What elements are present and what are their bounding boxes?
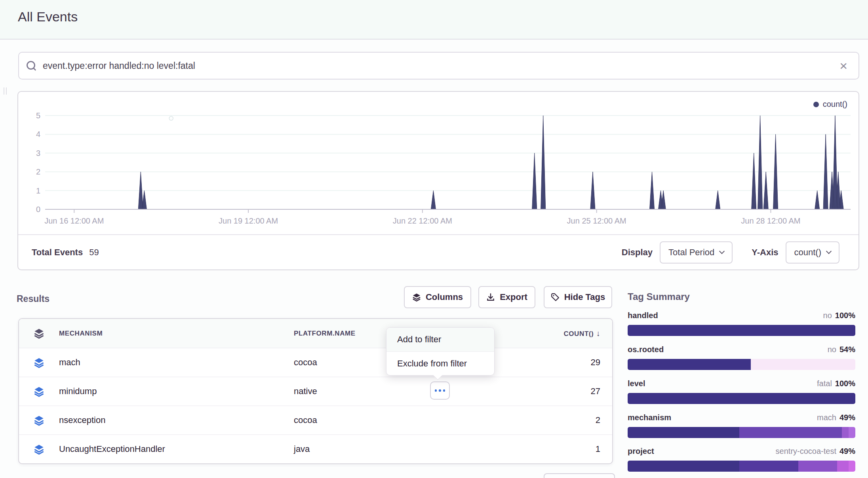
sort-desc-icon: ↓	[596, 329, 600, 338]
pagination-cutoff[interactable]	[544, 473, 615, 478]
x-tick-label: Jun 16 12:00 AM	[27, 216, 122, 226]
tag-item-project: projectsentry-cocoa-test49%	[628, 447, 855, 472]
tag-bar-segment[interactable]	[849, 461, 855, 472]
y-tick-label: 0	[21, 205, 40, 214]
cell-count[interactable]: 1	[492, 444, 612, 454]
yaxis-label: Y-Axis	[752, 247, 778, 258]
hide-tags-button-label: Hide Tags	[564, 292, 605, 302]
tag-icon	[551, 293, 560, 302]
download-icon	[486, 293, 495, 302]
yaxis-dropdown[interactable]: count()	[786, 241, 839, 264]
cell-count[interactable]: 2	[492, 415, 612, 425]
tag-name: handled	[628, 311, 658, 320]
chevron-down-icon	[719, 248, 725, 254]
total-events: Total Events 59	[32, 247, 99, 258]
event-stack-icon[interactable]	[19, 357, 59, 368]
stack-icon	[412, 293, 421, 302]
search-bar[interactable]: event.type:error handled:no level:fatal …	[18, 52, 859, 80]
tag-bar-segment[interactable]	[798, 461, 837, 472]
cell-count[interactable]: 29	[492, 357, 612, 368]
tag-bar-segment[interactable]	[751, 359, 856, 370]
tag-bar-segment[interactable]	[739, 461, 799, 472]
ellipsis-icon	[435, 389, 437, 392]
tag-distribution-bar[interactable]	[628, 393, 855, 404]
clear-search-icon[interactable]: ×	[839, 59, 847, 72]
display-dropdown-value: Total Period	[668, 247, 714, 258]
event-stack-icon[interactable]	[19, 444, 59, 455]
y-tick-label: 5	[21, 111, 40, 120]
tag-top-value: no100%	[823, 311, 855, 320]
tag-name: os.rooted	[628, 345, 664, 354]
hide-tags-button[interactable]: Hide Tags	[544, 286, 612, 308]
tag-name: mechanism	[628, 413, 671, 422]
table-row: minidumpnative27	[19, 377, 612, 406]
chart-legend[interactable]: count()	[813, 100, 847, 109]
results-table: MECHANISMPLATFORM.NAMECOUNT()↓machcocoa2…	[18, 318, 613, 464]
export-button[interactable]: Export	[478, 286, 535, 308]
tag-distribution-bar[interactable]	[628, 461, 855, 472]
all-events-screen: All Events event.type:error handled:no l…	[0, 0, 868, 478]
cell-mechanism[interactable]: minidump	[59, 386, 294, 396]
tag-distribution-bar[interactable]	[628, 359, 855, 370]
column-header-count[interactable]: COUNT()↓	[492, 329, 612, 338]
tag-bar-segment[interactable]	[739, 427, 842, 438]
events-chart-svg	[45, 112, 851, 214]
tag-top-value: sentry-cocoa-test49%	[776, 447, 855, 456]
tag-item-handled: handledno100%	[628, 311, 855, 336]
results-heading: Results	[17, 294, 49, 304]
columns-button-label: Columns	[426, 292, 463, 302]
cell-mechanism[interactable]: mach	[59, 357, 294, 368]
cell-count[interactable]: 27	[492, 386, 612, 396]
tag-bar-segment[interactable]	[628, 393, 855, 404]
tag-bar-segment[interactable]	[849, 427, 855, 438]
chart-footer: Total Events 59 Display Total Period Y-A…	[18, 234, 858, 269]
tag-top-value: no54%	[828, 345, 855, 354]
tag-bar-segment[interactable]	[628, 325, 855, 336]
x-tick-label: Jun 22 12:00 AM	[375, 216, 470, 226]
tag-bar-segment[interactable]	[628, 427, 739, 438]
tag-item-level: levelfatal100%	[628, 379, 855, 404]
total-events-value: 59	[89, 247, 99, 258]
tag-bar-segment[interactable]	[628, 461, 739, 472]
top-header-bar: All Events	[0, 0, 868, 40]
cell-platform[interactable]: cocoa	[294, 415, 492, 425]
x-tick-label: Jun 19 12:00 AM	[201, 216, 296, 226]
total-events-label: Total Events	[32, 247, 83, 258]
export-button-label: Export	[500, 292, 527, 302]
table-row: nsexceptioncocoa2	[19, 406, 612, 434]
display-dropdown[interactable]: Total Period	[660, 241, 733, 264]
cell-actions-button[interactable]	[430, 381, 450, 400]
cell-mechanism[interactable]: nsexception	[59, 415, 294, 425]
tag-bar-segment[interactable]	[842, 427, 849, 438]
event-stack-icon[interactable]	[19, 386, 59, 397]
search-input[interactable]: event.type:error handled:no level:fatal	[43, 61, 839, 71]
legend-label: count()	[823, 100, 847, 109]
tag-bar-segment[interactable]	[628, 359, 751, 370]
yaxis-dropdown-value: count()	[794, 247, 821, 258]
events-chart-panel: count() 012345 Jun 16 12:00 AMJun 19 12:…	[17, 91, 859, 270]
page-title: All Events	[18, 9, 78, 25]
tag-top-value: fatal100%	[817, 379, 855, 388]
tag-bar-segment[interactable]	[837, 461, 849, 472]
column-header-mechanism[interactable]: MECHANISM	[59, 330, 294, 338]
cell-platform[interactable]: native	[294, 386, 492, 396]
context-menu-items: Add to filterExclude from filter	[386, 328, 494, 375]
y-tick-label: 3	[21, 148, 40, 158]
search-icon	[26, 61, 36, 71]
cell-platform[interactable]: java	[294, 444, 492, 454]
tag-top-value: mach49%	[817, 413, 855, 422]
cell-mechanism[interactable]: UncaughtExceptionHandler	[59, 444, 294, 454]
stack-icon	[19, 328, 59, 339]
tag-distribution-bar[interactable]	[628, 325, 855, 336]
event-stack-icon[interactable]	[19, 415, 59, 426]
menu-item-add-to-filter[interactable]: Add to filter	[386, 328, 494, 351]
tag-distribution-bar[interactable]	[628, 427, 855, 438]
x-tick-label: Jun 28 12:00 AM	[723, 216, 818, 226]
y-tick-label: 1	[21, 186, 40, 195]
events-chart[interactable]	[45, 112, 851, 214]
menu-item-exclude-from-filter[interactable]: Exclude from filter	[386, 351, 494, 375]
tag-name: project	[628, 447, 654, 456]
chevron-down-icon	[826, 248, 832, 254]
columns-button[interactable]: Columns	[404, 286, 471, 308]
y-tick-label: 2	[21, 167, 40, 176]
